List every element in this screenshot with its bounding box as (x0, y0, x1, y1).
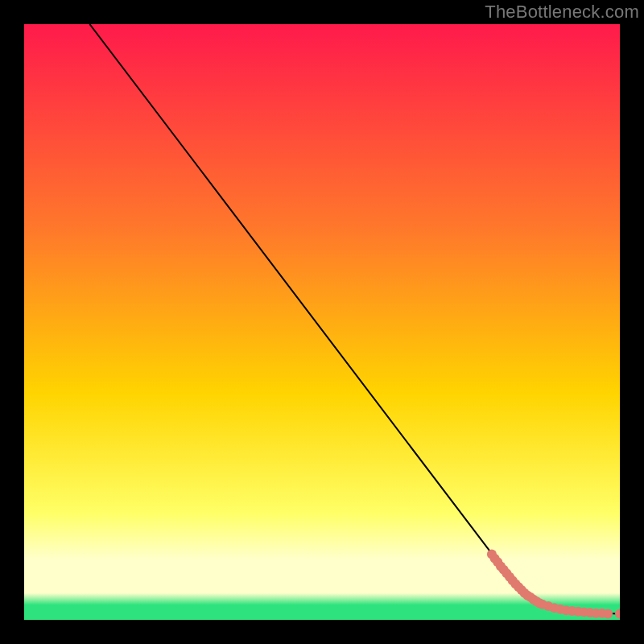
chart-plot (24, 24, 620, 620)
data-point (603, 609, 613, 619)
watermark-text: TheBottleneck.com (485, 2, 639, 23)
chart-frame: TheBottleneck.com (0, 0, 644, 644)
plot-background (24, 24, 620, 620)
